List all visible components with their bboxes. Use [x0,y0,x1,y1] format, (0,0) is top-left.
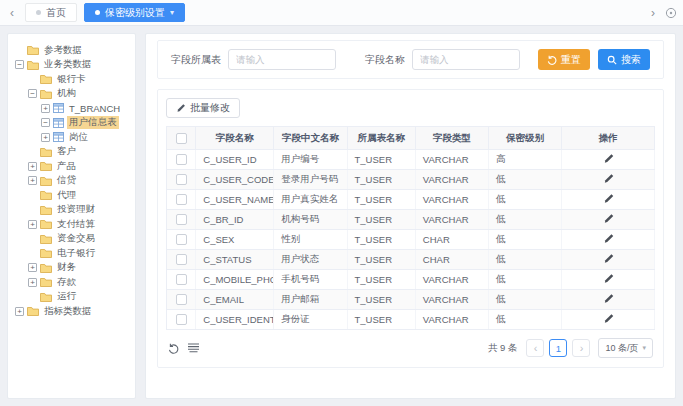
tree-node-label[interactable]: 指标类数据 [42,305,94,318]
prev-page-button[interactable]: ‹ [526,339,544,357]
expand-plus-icon[interactable]: + [15,307,24,316]
row-checkbox[interactable] [176,274,187,285]
field-table-input[interactable] [228,49,336,70]
main-panel: 字段所属表 字段名称 重置 搜索 [145,33,676,399]
tabs-scroll-right-icon[interactable]: › [647,6,659,20]
tree-node[interactable]: +指标类数据 [13,304,133,319]
row-checkbox[interactable] [176,254,187,265]
tab-security-level-settings[interactable]: 保密级别设置 ▾ [84,3,185,22]
expand-plus-icon[interactable]: + [41,104,50,113]
cell-secrecy-level: 低 [489,190,562,210]
edit-pencil-icon[interactable] [603,313,614,324]
edit-pencil-icon[interactable] [603,293,614,304]
tabs-scroll-left-icon[interactable]: ‹ [6,6,18,20]
tab-menu-icon[interactable] [665,7,677,19]
batch-edit-button[interactable]: 批量修改 [166,98,240,118]
column-header: 保密级别 [489,127,562,150]
tree-node[interactable]: +支付结算 [13,217,133,232]
expand-plus-icon[interactable]: + [28,162,37,171]
tree-node[interactable]: 电子银行 [13,246,133,261]
row-checkbox[interactable] [176,194,187,205]
tab-home[interactable]: 首页 [25,3,77,22]
edit-pencil-icon[interactable] [603,213,614,224]
tree-node[interactable]: −业务类数据 [13,58,133,73]
tree-node[interactable]: 客户 [13,145,133,160]
tree-node-label[interactable]: 投资理财 [55,203,97,216]
tab-bar: ‹ 首页 保密级别设置 ▾ › [0,0,683,26]
expand-plus-icon[interactable]: + [28,278,37,287]
tree-node[interactable]: 代理 [13,188,133,203]
row-checkbox[interactable] [176,154,187,165]
search-label: 搜索 [621,53,641,67]
collapse-minus-icon[interactable]: − [41,118,50,127]
tab-dot-icon [95,10,100,15]
tree-node-label[interactable]: 信贷 [55,174,78,187]
tree-node-label[interactable]: 产品 [55,160,78,173]
select-all-checkbox[interactable] [176,133,187,144]
table-icon [53,132,64,142]
edit-pencil-icon[interactable] [603,233,614,244]
tree-node-label[interactable]: 参考数据 [42,44,84,57]
tree-node[interactable]: 银行卡 [13,72,133,87]
expand-plus-icon[interactable]: + [28,220,37,229]
tree-node[interactable]: 资金交易 [13,232,133,247]
tree-node-label[interactable]: 客户 [55,145,78,158]
cell-field-type: VARCHAR [415,290,488,310]
tree-node[interactable]: +T_BRANCH [13,101,133,116]
tree-node-label[interactable]: 电子银行 [55,247,97,260]
tree-node-label[interactable]: 资金交易 [55,232,97,245]
expand-plus-icon[interactable]: + [28,176,37,185]
tree-node[interactable]: 投资理财 [13,203,133,218]
row-checkbox[interactable] [176,314,187,325]
tree-node[interactable]: +财务 [13,261,133,276]
cell-secrecy-level: 低 [489,290,562,310]
expander-spacer [28,234,37,243]
tree-node[interactable]: +存款 [13,275,133,290]
page-size-select[interactable]: 10 条/页 ▾ [598,338,653,358]
column-header: 字段中文名称 [274,127,347,150]
tree-node[interactable]: 运行 [13,290,133,305]
tree-node-label[interactable]: 机构 [55,87,78,100]
row-checkbox[interactable] [176,214,187,225]
tree-node-label[interactable]: 用户信息表 [67,116,119,129]
refresh-icon[interactable] [168,343,179,354]
tree-node-label[interactable]: 运行 [55,290,78,303]
collapse-minus-icon[interactable]: − [28,89,37,98]
row-checkbox[interactable] [176,174,187,185]
row-checkbox[interactable] [176,234,187,245]
field-name-input[interactable] [412,49,520,70]
next-page-button[interactable]: › [572,339,590,357]
reset-button[interactable]: 重置 [538,49,590,70]
column-settings-icon[interactable] [188,343,199,353]
edit-pencil-icon[interactable] [603,253,614,264]
tree-node[interactable]: +产品 [13,159,133,174]
tree-node-label[interactable]: 岗位 [67,131,90,144]
expand-plus-icon[interactable]: + [41,133,50,142]
tree-node-label[interactable]: 存款 [55,276,78,289]
edit-pencil-icon[interactable] [603,193,614,204]
tree-node[interactable]: −用户信息表 [13,116,133,131]
table-icon [53,118,64,128]
row-checkbox[interactable] [176,294,187,305]
tree-node-label[interactable]: T_BRANCH [67,103,122,114]
tree-node-label[interactable]: 财务 [55,261,78,274]
tree-node[interactable]: +信贷 [13,174,133,189]
tree-node[interactable]: −机构 [13,87,133,102]
tab-active-label: 保密级别设置 [105,6,165,20]
tree-node-label[interactable]: 支付结算 [55,218,97,231]
chevron-down-icon[interactable]: ▾ [170,9,174,17]
tree-node-label[interactable]: 业务类数据 [42,58,94,71]
table-card: 批量修改 字段名称字段中文名称所属表名称字段类型保密级别操作 C_USER_ID… [157,89,664,368]
tree-node[interactable]: +岗位 [13,130,133,145]
tree-node[interactable]: 参考数据 [13,43,133,58]
edit-pencil-icon[interactable] [603,153,614,164]
edit-pencil-icon[interactable] [603,273,614,284]
column-header: 操作 [562,127,655,150]
tree-node-label[interactable]: 银行卡 [55,73,88,86]
current-page-button[interactable]: 1 [549,339,567,357]
edit-pencil-icon[interactable] [603,173,614,184]
search-button[interactable]: 搜索 [598,49,650,70]
tree-node-label[interactable]: 代理 [55,189,78,202]
expand-plus-icon[interactable]: + [28,263,37,272]
collapse-minus-icon[interactable]: − [15,60,24,69]
